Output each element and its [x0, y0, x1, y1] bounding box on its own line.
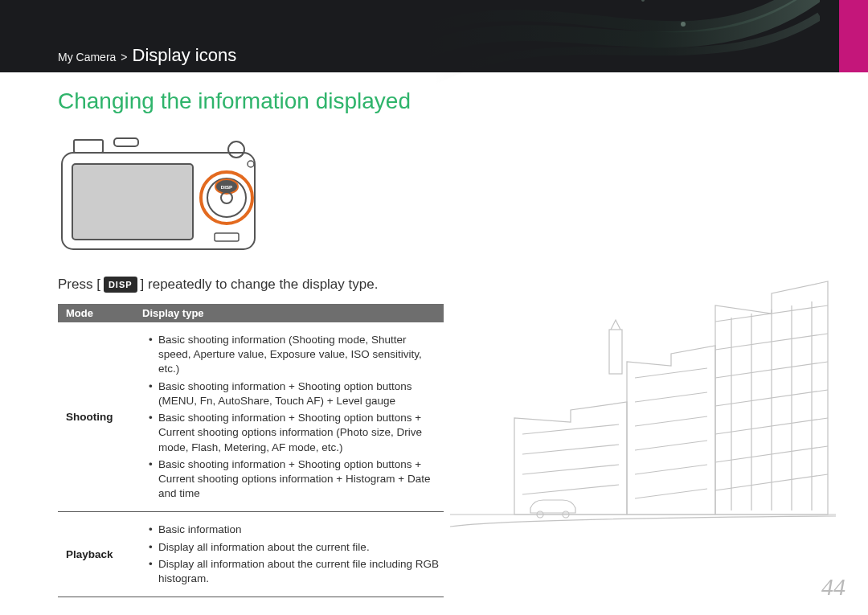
- instruction-line: Press [ DISP ] repeatedly to change the …: [58, 277, 444, 293]
- table-header-mode: Mode: [58, 304, 134, 322]
- list-item: Display all information about the curren…: [149, 540, 439, 555]
- page-heading: Changing the information displayed: [58, 88, 444, 114]
- list-item: Basic shooting information + Shooting op…: [149, 411, 439, 455]
- list-item: Display all information about the curren…: [149, 557, 439, 586]
- list-item: Basic shooting information + Shooting op…: [149, 457, 439, 502]
- display-type-cell: Basic information Display all informatio…: [134, 512, 444, 597]
- main-content: Changing the information displayed DISP …: [58, 88, 444, 597]
- page-number: 44: [821, 573, 845, 601]
- svg-rect-6: [114, 138, 138, 146]
- list-item: Basic shooting information + Shooting op…: [149, 379, 439, 408]
- display-type-table: Mode Display type Shooting Basic shootin…: [58, 304, 444, 597]
- list-item: Basic shooting information (Shooting mod…: [149, 333, 439, 377]
- svg-point-2: [641, 0, 645, 2]
- svg-rect-4: [72, 164, 193, 240]
- breadcrumb-parent: My Camera: [58, 51, 116, 64]
- svg-rect-16: [609, 330, 622, 374]
- background-cityscape-illustration: [450, 273, 836, 579]
- svg-point-18: [563, 511, 569, 518]
- camera-illustration: DISP: [58, 129, 267, 257]
- disp-button-icon: DISP: [104, 277, 137, 293]
- header-accent-strip: [839, 0, 868, 72]
- mode-cell-playback: Playback: [58, 512, 134, 597]
- breadcrumb-separator: >: [121, 51, 127, 64]
- list-item: Basic information: [149, 523, 439, 537]
- svg-rect-5: [74, 140, 103, 153]
- svg-point-7: [228, 141, 244, 158]
- instruction-suffix: ] repeatedly to change the display type.: [141, 277, 379, 293]
- display-type-cell: Basic shooting information (Shooting mod…: [134, 322, 444, 512]
- mode-cell-shooting: Shooting: [58, 322, 134, 512]
- svg-rect-14: [215, 233, 239, 241]
- svg-point-17: [537, 511, 543, 518]
- svg-point-15: [248, 161, 254, 167]
- breadcrumb: My Camera > Display icons: [58, 45, 236, 66]
- instruction-prefix: Press [: [58, 277, 100, 293]
- header-swirl-decoration: [402, 0, 820, 96]
- header-bar: My Camera > Display icons: [0, 0, 868, 72]
- table-row: Playback Basic information Display all i…: [58, 512, 444, 597]
- breadcrumb-current: Display icons: [133, 45, 237, 66]
- svg-point-0: [681, 22, 686, 27]
- svg-text:DISP: DISP: [221, 184, 232, 190]
- table-row: Shooting Basic shooting information (Sho…: [58, 322, 444, 512]
- table-header-display-type: Display type: [134, 304, 444, 322]
